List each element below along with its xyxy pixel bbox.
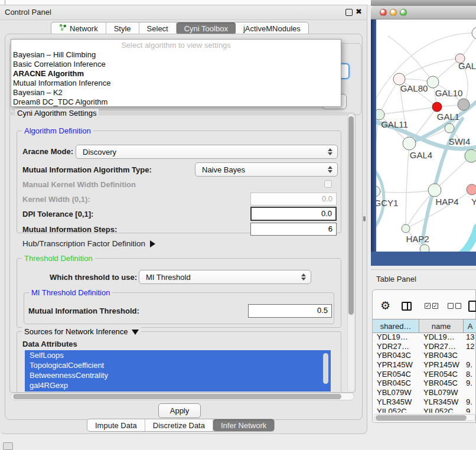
- attribute-item[interactable]: SelfLoops: [25, 350, 331, 360]
- tab-discretize-data[interactable]: Discretize Data: [145, 419, 213, 431]
- checkbox-checked-icon[interactable]: ✓: [425, 303, 431, 309]
- network-node[interactable]: [402, 224, 410, 233]
- network-node[interactable]: [427, 76, 439, 88]
- hub-section-toggle[interactable]: Hub/Transcription Factor Definition: [22, 238, 155, 249]
- table-row[interactable]: YDR27…YDR27…12: [373, 342, 476, 351]
- node-label: GAL11: [381, 119, 408, 129]
- table-body[interactable]: YDL19…YDL19…13YDR27…YDR27…12YBR043CYBR04…: [373, 332, 476, 413]
- node-label: GAL4: [410, 150, 432, 160]
- algorithm-option[interactable]: Basic Correlation Inference: [11, 60, 341, 69]
- file-icon[interactable]: [468, 301, 476, 312]
- table-cell: YDL19…: [373, 332, 419, 342]
- network-window-titlebar[interactable]: [371, 6, 476, 19]
- tab-network[interactable]: Network: [51, 22, 106, 34]
- which-threshold-combobox[interactable]: MI Threshold: [139, 270, 311, 284]
- network-node[interactable]: [376, 109, 384, 120]
- tab-label: Select: [147, 24, 168, 33]
- column-header-partial[interactable]: A: [464, 319, 476, 332]
- algorithm-option[interactable]: Mutual Information Inference: [11, 79, 341, 88]
- gear-icon[interactable]: ⚙: [380, 300, 390, 311]
- tab-infer-network[interactable]: Infer Network: [213, 419, 274, 431]
- apply-button[interactable]: Apply: [158, 403, 201, 418]
- minimize-traffic-light[interactable]: [390, 9, 397, 16]
- checkbox-unchecked-icon[interactable]: [448, 303, 454, 309]
- close-traffic-light[interactable]: [380, 9, 387, 16]
- network-view-canvas[interactable]: GALGAL80GAL10GAL1GAL11SWI4GAL4GCY1HAP4YH…: [376, 19, 476, 252]
- screen: Control Panel ✖ NetworkStyleSelectCyni T…: [0, 0, 476, 450]
- control-panel-titlebar[interactable]: Control Panel ✖: [0, 5, 367, 20]
- attribute-item[interactable]: BetweennessCentrality: [25, 370, 331, 380]
- network-edge[interactable]: [461, 227, 476, 252]
- table-row[interactable]: YBL079WYBL079W: [373, 388, 476, 397]
- settings-hscrollbar-thumb[interactable]: [13, 394, 341, 399]
- table-row[interactable]: YBR045CYBR045C9.: [373, 379, 476, 388]
- float-window-icon[interactable]: [345, 9, 353, 16]
- table-hscrollbar-thumb[interactable]: [376, 415, 467, 420]
- table-row[interactable]: YDL19…YDL19…13: [373, 332, 476, 342]
- network-edge[interactable]: [406, 144, 409, 229]
- settings-vscrollbar[interactable]: [347, 114, 354, 392]
- attributes-scrollbar-thumb[interactable]: [323, 353, 328, 384]
- network-window-frame-left: [371, 19, 376, 266]
- kernel-width-field[interactable]: 0.0: [250, 193, 337, 206]
- aracne-mode-value: Discovery: [83, 148, 116, 156]
- zoom-traffic-light[interactable]: [400, 9, 407, 16]
- mi-type-combobox[interactable]: Naive Bayes: [195, 162, 338, 177]
- tab-cyni-toolbox[interactable]: Cyni Toolbox: [177, 22, 236, 34]
- table-row[interactable]: YPR145WYPR145W9.: [373, 360, 476, 370]
- network-node[interactable]: [403, 137, 416, 150]
- column-view-icon[interactable]: [402, 302, 412, 311]
- algorithm-option[interactable]: Bayesian – Hill Climbing: [11, 50, 341, 60]
- dpi-tolerance-field[interactable]: 0.0: [250, 207, 337, 221]
- manual-kernel-checkbox[interactable]: [324, 180, 332, 188]
- algorithm-option[interactable]: Bayesian – K2: [11, 88, 341, 97]
- mi-threshold-title: MI Threshold Definition: [29, 288, 112, 297]
- table-row[interactable]: YIL052CYIL052C9: [373, 407, 476, 413]
- mi-type-value: Naive Bayes: [202, 165, 245, 174]
- network-node[interactable]: [445, 123, 454, 133]
- tab-jactivemnodules[interactable]: jActiveMNodules: [236, 22, 308, 34]
- table-cell: YIL052C: [373, 407, 419, 413]
- column-header-name[interactable]: name: [419, 319, 464, 332]
- network-node[interactable]: [376, 186, 380, 197]
- network-node[interactable]: [472, 27, 476, 39]
- settings-hscrollbar[interactable]: [11, 393, 354, 400]
- column-header-shared[interactable]: shared…: [373, 319, 419, 332]
- network-node[interactable]: [428, 184, 441, 197]
- network-node[interactable]: [432, 102, 442, 112]
- tab-style[interactable]: Style: [106, 22, 139, 34]
- mi-threshold-field[interactable]: 0.5: [248, 304, 332, 318]
- table-row[interactable]: YER054CYER054C8.: [373, 370, 476, 379]
- attribute-item[interactable]: TopologicalCoefficient: [25, 360, 331, 370]
- checkbox-checked-icon[interactable]: ✓: [432, 303, 438, 309]
- mi-steps-field[interactable]: 6: [250, 223, 337, 236]
- network-graph[interactable]: GALGAL80GAL10GAL1GAL11SWI4GAL4GCY1HAP4YH…: [376, 19, 476, 252]
- sources-title-wrap[interactable]: Sources for Network Inference: [22, 327, 141, 336]
- tab-select[interactable]: Select: [139, 22, 177, 34]
- algorithm-option[interactable]: ARACNE Algorithm: [11, 69, 341, 79]
- table-row[interactable]: YLR345WYLR345W9.: [373, 397, 476, 407]
- table-hscrollbar[interactable]: [374, 414, 475, 421]
- node-label: GAL10: [435, 88, 463, 98]
- collapsed-panel-grip-icon[interactable]: [3, 442, 13, 450]
- checkbox-unchecked-icon[interactable]: [455, 303, 461, 309]
- aracne-mode-combobox[interactable]: Discovery: [76, 145, 338, 159]
- network-node[interactable]: [467, 184, 476, 195]
- network-edge[interactable]: [399, 58, 460, 79]
- table-row[interactable]: YBR043CYBR043C: [373, 351, 476, 360]
- settings-vscrollbar-thumb[interactable]: [348, 116, 354, 315]
- panel-divider-grip[interactable]: [363, 216, 366, 221]
- network-node[interactable]: [420, 244, 429, 252]
- data-attributes-list[interactable]: SelfLoopsTopologicalCoefficientBetweenne…: [25, 350, 331, 392]
- tab-label: Style: [114, 24, 131, 33]
- network-node[interactable]: [465, 149, 476, 162]
- network-node[interactable]: [458, 99, 470, 110]
- attribute-item[interactable]: gal4RGexp: [25, 380, 331, 390]
- table-cell: 9.: [464, 360, 476, 370]
- network-edge[interactable]: [376, 190, 435, 193]
- close-icon[interactable]: ✖: [356, 7, 362, 16]
- table-cell: YDR27…: [419, 342, 464, 351]
- network-edge[interactable]: [379, 107, 437, 115]
- algorithm-option[interactable]: Dream8 DC_TDC Algorithm: [11, 97, 341, 107]
- tab-impute-data[interactable]: Impute Data: [87, 419, 145, 431]
